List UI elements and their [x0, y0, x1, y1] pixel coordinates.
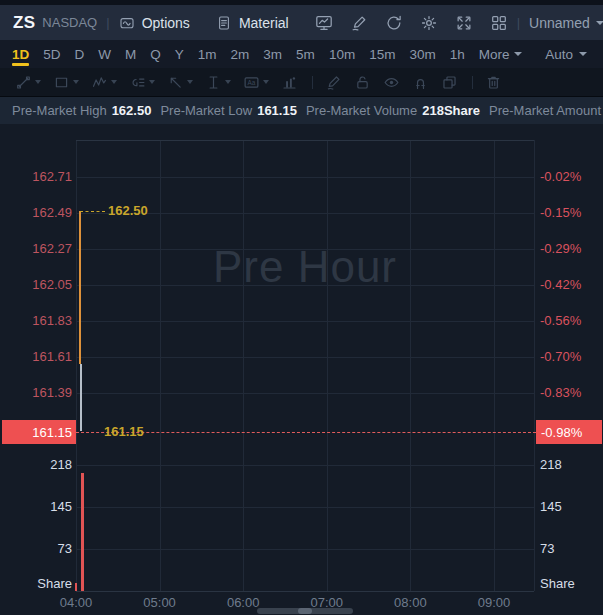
chart-monitor-icon[interactable] — [315, 14, 333, 32]
percent-axis-label: -0.56% — [540, 312, 581, 330]
options-label: Options — [142, 15, 190, 31]
price-axis-label: 162.49 — [0, 204, 72, 222]
tab-q[interactable]: Q — [150, 40, 161, 68]
options-icon — [119, 15, 135, 31]
volume-baseline — [76, 591, 534, 592]
more-label: More — [479, 47, 510, 62]
last-price-badge: 161.15 — [2, 420, 76, 444]
exchange-label: NASDAQ — [42, 15, 97, 30]
workspace-label: Unnamed — [529, 15, 590, 31]
chevron-down-icon — [596, 21, 603, 25]
chevron-down-icon — [579, 52, 587, 56]
duplicate-icon — [441, 74, 458, 91]
draw-icon[interactable] — [350, 14, 368, 32]
price-axis-label: 162.27 — [0, 240, 72, 258]
gridline-horizontal — [76, 393, 534, 394]
text-icon: Aa — [243, 74, 260, 91]
tab-d[interactable]: D — [75, 40, 85, 68]
chart-canvas[interactable]: Pre Hour162.71-0.02%162.49-0.15%162.27-0… — [0, 124, 603, 615]
tab-y[interactable]: Y — [175, 40, 184, 68]
gridline-horizontal — [76, 465, 534, 466]
arrow-tool[interactable] — [167, 74, 193, 91]
options-menu[interactable]: Options — [119, 15, 190, 31]
trend-line-tool[interactable] — [15, 74, 41, 91]
tab-30m[interactable]: 30m — [409, 40, 435, 68]
tab-5m[interactable]: 5m — [296, 40, 315, 68]
chevron-down-icon — [73, 80, 79, 84]
candle-wick-lower — [80, 364, 82, 432]
delete-tool[interactable] — [485, 74, 502, 91]
lock-icon — [354, 74, 371, 91]
fullscreen-icon[interactable] — [455, 14, 473, 32]
material-label: Material — [239, 15, 289, 31]
tab-2m[interactable]: 2m — [231, 40, 250, 68]
plot-right-border — [534, 140, 535, 591]
tab-3m[interactable]: 3m — [263, 40, 282, 68]
tab-1m[interactable]: 1m — [198, 40, 217, 68]
arrow-icon — [167, 74, 184, 91]
magnet-tool[interactable] — [412, 74, 429, 91]
order-chart-tool[interactable] — [281, 74, 298, 91]
magnet-icon — [412, 74, 429, 91]
volume-axis-label: 218 — [0, 456, 72, 474]
tab-5d[interactable]: 5D — [43, 40, 60, 68]
gann-icon — [129, 74, 146, 91]
tab-15m[interactable]: 15m — [369, 40, 395, 68]
svg-text:Aa: Aa — [248, 78, 256, 85]
percent-axis-label: -0.70% — [540, 348, 581, 366]
workspace-dropdown[interactable]: Unnamed — [529, 15, 603, 31]
top-bar: ZS NASDAQ | Options Material | Unnamed — [0, 5, 603, 40]
ticker-symbol: ZS — [13, 13, 35, 33]
measure-tool[interactable] — [205, 74, 231, 91]
volume-axis-label: 73 — [0, 540, 72, 558]
visibility-tool[interactable] — [383, 74, 400, 91]
edit-icon — [325, 74, 342, 91]
tab-m[interactable]: M — [125, 40, 136, 68]
measure-icon — [205, 74, 222, 91]
percent-axis-label: -0.42% — [540, 276, 581, 294]
trend-line-icon — [15, 74, 32, 91]
horizontal-scrollbar[interactable] — [257, 608, 353, 614]
duplicate-tool[interactable] — [441, 74, 458, 91]
candle-wick-upper — [79, 211, 81, 363]
info-label: Pre-Market High — [12, 103, 107, 118]
volume-axis-label: 145 — [0, 498, 72, 516]
auto-label: Auto — [545, 47, 573, 62]
time-axis-label: 08:00 — [377, 595, 443, 610]
gridline-horizontal — [76, 177, 534, 178]
percent-axis-label: -0.15% — [540, 204, 581, 222]
gridline-vertical — [410, 140, 411, 591]
wave-tool[interactable] — [91, 74, 117, 91]
gridline-horizontal — [76, 357, 534, 358]
gridline-horizontal — [76, 321, 534, 322]
info-value: 218Share — [422, 103, 480, 118]
gann-tool[interactable] — [129, 74, 155, 91]
tab-w[interactable]: W — [98, 40, 111, 68]
lock-tool[interactable] — [354, 74, 371, 91]
tab-more[interactable]: More — [479, 40, 523, 68]
volume-axis-label: 218 — [540, 456, 562, 474]
time-axis-label: 05:00 — [127, 595, 193, 610]
text-tool[interactable]: Aa — [243, 74, 269, 91]
volume-axis-label: 145 — [540, 498, 562, 516]
tab-1d[interactable]: 1D — [12, 40, 29, 68]
material-menu[interactable]: Material — [216, 15, 289, 31]
auto-dropdown[interactable]: Auto — [545, 47, 591, 62]
rectangle-tool[interactable] — [53, 74, 79, 91]
tab-1h[interactable]: 1h — [450, 40, 465, 68]
timeframe-tabs: 1D5DDWMQY1m2m3m5m10m15m30m1h — [12, 40, 479, 68]
price-axis-label: 162.71 — [0, 168, 72, 186]
chevron-down-icon — [35, 80, 41, 84]
premarket-high-label: 162.50 — [108, 202, 148, 220]
chevron-down-icon — [225, 80, 231, 84]
settings-icon[interactable] — [420, 14, 438, 32]
tab-10m[interactable]: 10m — [329, 40, 355, 68]
premarket-high-line — [80, 211, 105, 212]
volume-axis-label: 73 — [540, 540, 554, 558]
edit-tool[interactable] — [325, 74, 342, 91]
refresh-icon[interactable] — [385, 14, 403, 32]
info-label: Pre-Market Volume — [306, 103, 417, 118]
volume-unit-label: Share — [0, 575, 72, 593]
layout-grid-icon[interactable] — [490, 14, 508, 32]
info-value: 162.50 — [112, 103, 152, 118]
